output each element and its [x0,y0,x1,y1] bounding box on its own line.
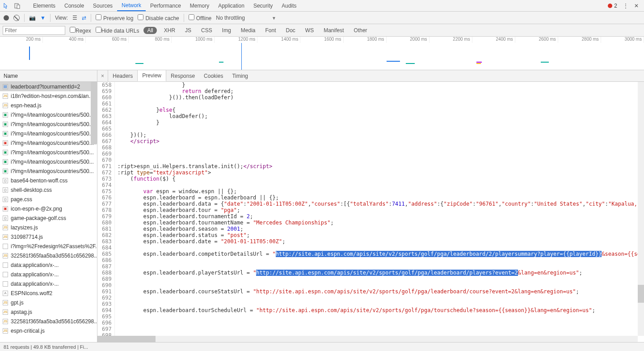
code-line: :ript>espn_ui.Helpers.translate.init();<… [118,163,644,169]
code-line [118,301,644,307]
horizontal-scrollbar[interactable] [97,336,638,342]
request-row[interactable]: JSlazysizes.js [0,223,97,232]
request-row[interactable]: ▣i?img=/i/teamlogos/countries/500... [0,138,97,148]
inspect-icon[interactable] [2,1,12,11]
request-row[interactable]: AESPNIcons.woff2 [0,288,97,298]
request-row[interactable]: JSgpt.js [0,298,97,307]
preview-code[interactable]: 6586596606616626636646656666676686696706… [97,82,644,342]
filter-chip-ws[interactable]: WS [303,26,316,34]
column-header-name[interactable]: Name [0,70,97,82]
separator [91,14,91,22]
request-name: i?img=/i/teamlogos/countries/500... [11,140,94,146]
request-row[interactable]: ▤leaderboard?tournamentId=2 [0,82,97,91]
request-row[interactable]: ▣i?img=/i/teamlogos/countries/500... [0,119,97,129]
scrollbar-thumb[interactable] [97,336,156,342]
code-line: espn.leaderboard.data = {"date":"2001-01… [118,201,644,207]
close-detail-icon[interactable]: × [97,70,108,81]
request-row[interactable]: ▣i?img=/i/teamlogos/countries/500... [0,148,97,157]
disable-cache-checkbox[interactable]: Disable cache [138,14,179,21]
detail-tab-response[interactable]: Response [166,70,199,81]
detail-tab-headers[interactable]: Headers [108,70,137,81]
code-line [118,257,644,263]
request-row[interactable]: JSespn-critical.js [0,326,97,335]
request-name: data:application/x-... [11,271,59,278]
filter-chip-manifest[interactable]: Manifest [321,26,346,34]
request-row[interactable]: data:application/x-... [0,260,97,270]
filter-input[interactable] [3,26,65,35]
tab-console[interactable]: Console [60,0,88,11]
request-row[interactable]: JS310987714.js [0,232,97,241]
filter-chip-js[interactable]: JS [182,26,194,34]
img-icon: ▣ [3,150,8,155]
js-icon: JS [3,300,8,305]
separator [50,14,51,22]
camera-icon[interactable]: 📷 [29,15,36,21]
imgbad-icon: ▣ [3,206,8,211]
request-row[interactable]: ▣i?img=/i/teamlogos/countries/500... [0,129,97,138]
request-row[interactable]: JSespn-head.js [0,101,97,110]
device-toggle-icon[interactable] [13,1,22,11]
detail-tab-timing[interactable]: Timing [227,70,253,81]
filter-chip-all[interactable]: All [143,27,156,34]
tab-application[interactable]: Application [214,0,249,11]
clear-icon[interactable] [13,15,20,21]
tab-performance[interactable]: Performance [146,0,185,11]
img-icon: ▣ [3,159,8,165]
throttling-select[interactable]: No throttling▼ [216,15,276,21]
list-view-icon[interactable]: ☰ [72,15,77,21]
request-row[interactable]: ▣icon-espn-e-@2x.png [0,204,97,213]
request-row[interactable]: data:application/x-... [0,279,97,288]
request-row[interactable]: JS322581f365faa5ba3d5561c656298... [0,251,97,260]
request-row[interactable]: ▣i?img=/i/teamlogos/countries/500... [0,157,97,166]
request-row[interactable]: JS322581f365faa5ba3d5561c656298... [0,317,97,326]
vertical-scrollbar[interactable] [638,82,644,336]
network-timeline[interactable]: 200 ms400 ms600 ms800 ms1000 ms1200 ms14… [0,37,644,70]
detail-tab-preview[interactable]: Preview [137,70,166,81]
offline-checkbox[interactable]: Offline [189,14,211,21]
request-row[interactable]: {}game-package-golf.css [0,213,97,223]
filter-chip-font[interactable]: Font [263,26,279,34]
request-row[interactable]: ▣i?img=/i/teamlogos/countries/500... [0,166,97,176]
scrollbar-thumb[interactable] [91,82,97,144]
waterfall-view-icon[interactable]: ⇄ [82,15,86,21]
tick-label: 200 ms [0,37,43,43]
filter-chip-other[interactable]: Other [351,26,370,34]
kebab-menu-icon[interactable]: ⋮ [621,1,631,11]
tab-audits[interactable]: Audits [277,0,301,11]
doc-icon: ▤ [3,84,8,89]
code-line [118,320,644,326]
tab-memory[interactable]: Memory [185,0,214,11]
filter-chip-img[interactable]: Img [219,26,234,34]
filter-toggle-icon[interactable]: ▼ [40,15,46,21]
css-icon: {} [3,216,8,221]
scrollbar-thumb[interactable] [638,285,644,303]
tab-security[interactable]: Security [249,0,277,11]
close-devtools-icon[interactable]: ✕ [631,1,641,11]
tab-elements[interactable]: Elements [29,0,60,11]
code-line: } [118,119,644,126]
detail-tab-cookies[interactable]: Cookies [199,70,227,81]
tab-network[interactable]: Network [117,0,146,11]
filter-chip-doc[interactable]: Doc [283,26,298,34]
error-counter[interactable]: 2 [608,3,617,9]
filter-chip-media[interactable]: Media [238,26,258,34]
request-row[interactable]: {}page.css [0,195,97,204]
network-filter-row: Regex Hide data URLs AllXHRJSCSSImgMedia… [0,24,644,37]
timeline-bar [135,63,143,64]
request-row[interactable]: JSi18n?edition-host=espn.com&lan... [0,91,97,101]
tick-label: 2000 ms [387,37,429,43]
request-row[interactable]: {}shell-desktop.css [0,185,97,195]
request-row[interactable]: JSapstag.js [0,307,97,317]
filter-chip-xhr[interactable]: XHR [161,26,178,34]
regex-checkbox[interactable]: Regex [70,27,91,34]
request-row[interactable]: i?img=%2Fredesign%2Fassets%2F... [0,241,97,251]
request-row[interactable]: {}base64-benton-woff.css [0,176,97,185]
preserve-log-checkbox[interactable]: Preserve log [96,14,133,21]
request-row[interactable]: data:application/x-... [0,270,97,279]
tab-sources[interactable]: Sources [88,0,117,11]
hide-data-urls-checkbox[interactable]: Hide data URLs [96,27,139,34]
request-row[interactable]: ▣i?img=/i/teamlogos/countries/500... [0,110,97,119]
record-icon[interactable] [4,15,9,21]
source-content: } return deferred; }()).then(loadDefer) … [115,82,644,342]
filter-chip-css[interactable]: CSS [198,26,215,34]
